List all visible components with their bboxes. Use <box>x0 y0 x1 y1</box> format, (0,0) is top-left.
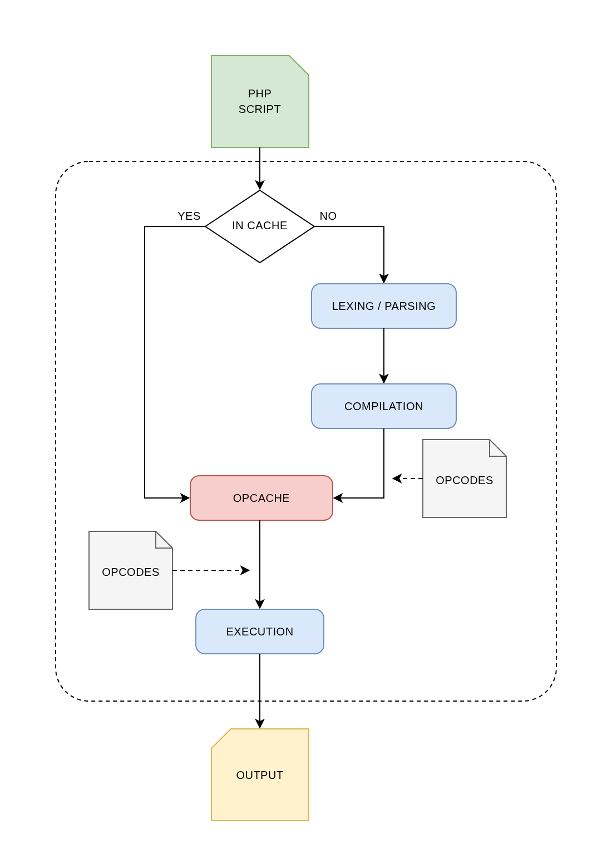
opcodes-right-label: OPCODES <box>436 474 493 486</box>
output-label: OUTPUT <box>236 769 283 781</box>
lexing-label: LEXING / PARSING <box>332 300 436 312</box>
flowchart: PHP SCRIPT IN CACHE YES NO LEXING / PARS… <box>0 0 612 868</box>
edge-compilation-to-opcache <box>334 428 384 498</box>
php-script-label-2: SCRIPT <box>239 103 281 115</box>
opcache-label: OPCACHE <box>233 492 290 504</box>
opcache-node: OPCACHE <box>190 476 333 520</box>
lexing-node: LEXING / PARSING <box>312 284 456 328</box>
in-cache-label: IN CACHE <box>232 219 288 231</box>
opcodes-left-label: OPCODES <box>102 566 160 578</box>
execution-label: EXECUTION <box>226 625 293 638</box>
php-script-node: PHP SCRIPT <box>211 56 309 147</box>
opcodes-left-node: OPCODES <box>89 531 172 609</box>
edge-yes-label: YES <box>177 210 201 222</box>
php-script-label-1: PHP <box>248 87 272 100</box>
output-node: OUTPUT <box>211 729 309 821</box>
in-cache-node: IN CACHE <box>205 190 314 263</box>
execution-node: EXECUTION <box>196 609 324 654</box>
opcodes-right-node: OPCODES <box>423 440 506 517</box>
compilation-label: COMPILATION <box>344 400 423 412</box>
compilation-node: COMPILATION <box>312 384 456 428</box>
edge-no-path <box>314 226 384 283</box>
edge-yes-path <box>145 226 205 498</box>
edge-no-label: NO <box>320 210 337 222</box>
